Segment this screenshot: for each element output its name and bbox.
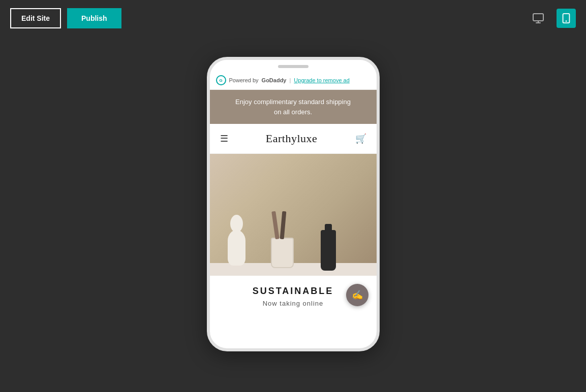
vase-shape <box>228 230 245 266</box>
site-title: Earthyluxe <box>266 132 318 145</box>
shipping-text-line1: Enjoy complimentary standard shipping <box>235 98 351 106</box>
godaddy-separator: | <box>290 77 291 83</box>
sustainable-subtitle: Now taking online <box>218 300 368 307</box>
device-toggle-group <box>528 8 576 28</box>
sustainable-section: SUSTAINABLE Now taking online ✍ <box>210 276 377 313</box>
godaddy-logo-icon: G <box>216 75 226 85</box>
cart-icon[interactable]: 🛒 <box>355 133 366 144</box>
hamburger-menu-icon[interactable]: ☰ <box>220 133 228 144</box>
svg-rect-0 <box>533 14 543 21</box>
cup-shape <box>271 238 294 268</box>
bottle-shape <box>321 230 336 271</box>
shipping-text-line2: on all orders. <box>274 108 312 116</box>
shipping-banner: Enjoy complimentary standard shipping on… <box>210 90 377 124</box>
canvas: G Powered by GoDaddy | Upgrade to remove… <box>0 37 586 392</box>
toolbar: Edit Site Publish <box>0 0 586 37</box>
brush2-shape <box>280 211 286 239</box>
phone-mockup: G Powered by GoDaddy | Upgrade to remove… <box>207 57 380 351</box>
mobile-icon <box>561 13 572 24</box>
site-header: ☰ Earthyluxe 🛒 <box>210 124 377 154</box>
powered-by-text: Powered by <box>229 77 259 83</box>
chat-icon: ✍ <box>352 289 363 301</box>
phone-side-button <box>207 121 209 136</box>
godaddy-bar: G Powered by GoDaddy | Upgrade to remove… <box>210 71 377 90</box>
desktop-icon <box>532 12 544 24</box>
hero-image <box>210 154 377 276</box>
godaddy-brand-text: GoDaddy <box>262 77 287 83</box>
desktop-view-button[interactable] <box>528 8 548 28</box>
upgrade-link[interactable]: Upgrade to remove ad <box>294 77 349 83</box>
mobile-view-button[interactable] <box>557 9 576 28</box>
phone-pill <box>278 65 309 68</box>
hero-decor <box>210 154 377 276</box>
edit-site-button[interactable]: Edit Site <box>10 8 61 28</box>
brush-shape <box>271 211 280 240</box>
phone-notch-bar <box>210 60 377 71</box>
publish-button[interactable]: Publish <box>67 8 121 28</box>
phone-screen: G Powered by GoDaddy | Upgrade to remove… <box>210 71 377 313</box>
chat-bubble-button[interactable]: ✍ <box>346 284 368 306</box>
